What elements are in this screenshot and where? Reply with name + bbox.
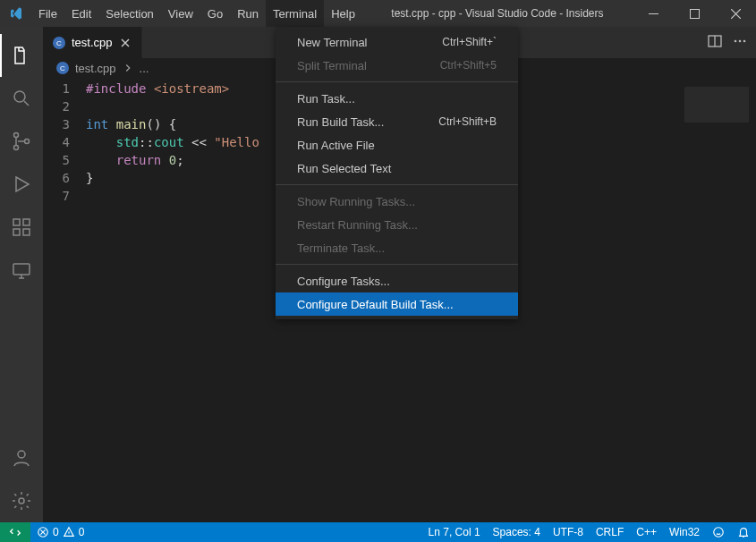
tab-filename: test.cpp: [72, 36, 113, 49]
menu-item-show-running-tasks: Show Running Tasks...: [276, 190, 518, 213]
svg-point-12: [19, 498, 24, 504]
svg-point-3: [14, 133, 19, 138]
menu-item-run-active-file[interactable]: Run Active File: [276, 133, 518, 157]
menu-item-configure-default-build-task[interactable]: Configure Default Build Task...: [276, 292, 518, 316]
svg-rect-10: [13, 264, 30, 275]
minimap[interactable]: [677, 78, 756, 522]
titlebar: FileEditSelectionViewGoRunTerminalHelp t…: [0, 0, 756, 27]
menu-run[interactable]: Run: [230, 0, 266, 27]
tab-test-cpp[interactable]: C test.cpp: [43, 27, 142, 58]
minimize-button[interactable]: [633, 0, 674, 27]
svg-point-5: [25, 140, 30, 144]
menu-shortcut: Ctrl+Shift+B: [438, 115, 497, 128]
settings-gear-icon[interactable]: [0, 479, 43, 522]
menu-item-label: Run Selected Text: [297, 162, 391, 175]
window-title: test.cpp - cpp - Visual Studio Code - In…: [362, 7, 633, 20]
menu-item-run-task[interactable]: Run Task...: [276, 87, 518, 110]
close-button[interactable]: [715, 0, 756, 27]
status-bar: 0 0 Ln 7, Col 1 Spaces: 4 UTF-8 CRLF C++…: [0, 522, 756, 542]
menu-item-split-terminal: Split TerminalCtrl+Shift+5: [276, 54, 518, 77]
menu-separator: [276, 264, 518, 265]
activity-bar: [0, 27, 43, 522]
chevron-right-icon: [122, 62, 134, 74]
more-actions-icon[interactable]: [733, 34, 747, 51]
svg-text:C: C: [56, 39, 62, 47]
menu-item-label: Configure Default Build Task...: [297, 298, 454, 311]
svg-point-4: [14, 146, 19, 150]
run-debug-icon[interactable]: [0, 163, 43, 206]
error-count: 0: [53, 526, 59, 538]
breadcrumb-file: test.cpp: [75, 62, 116, 75]
split-editor-icon[interactable]: [708, 34, 722, 51]
line-number: 2: [43, 97, 70, 115]
line-number: 5: [43, 151, 70, 169]
menu-item-restart-running-task: Restart Running Task...: [276, 213, 518, 236]
indentation[interactable]: Spaces: 4: [487, 522, 547, 542]
line-number: 3: [43, 115, 70, 133]
extensions-icon[interactable]: [0, 206, 43, 249]
menu-item-label: Show Running Tasks...: [297, 195, 415, 208]
menu-separator: [276, 81, 518, 82]
terminal-menu-dropdown: New TerminalCtrl+Shift+`Split TerminalCt…: [276, 27, 518, 319]
menu-shortcut: Ctrl+Shift+5: [440, 59, 497, 72]
source-control-icon[interactable]: [0, 120, 43, 163]
eol[interactable]: CRLF: [590, 522, 630, 542]
menu-file[interactable]: File: [31, 0, 64, 27]
svg-rect-0: [649, 13, 658, 14]
warning-count: 0: [79, 526, 85, 538]
menu-item-label: Restart Running Task...: [297, 218, 418, 232]
encoding[interactable]: UTF-8: [547, 522, 590, 542]
svg-point-18: [743, 40, 746, 43]
menu-edit[interactable]: Edit: [64, 0, 98, 27]
menu-selection[interactable]: Selection: [98, 0, 160, 27]
menu-item-run-selected-text[interactable]: Run Selected Text: [276, 157, 518, 180]
cpp-file-icon: C: [55, 61, 70, 75]
menu-item-run-build-task[interactable]: Run Build Task...Ctrl+Shift+B: [276, 110, 518, 133]
menu-item-label: New Terminal: [297, 36, 368, 49]
menu-item-label: Configure Tasks...: [297, 275, 390, 288]
menu-go[interactable]: Go: [200, 0, 230, 27]
cpp-file-icon: C: [52, 36, 66, 50]
menubar: FileEditSelectionViewGoRunTerminalHelp: [31, 0, 362, 27]
menu-item-configure-tasks[interactable]: Configure Tasks...: [276, 269, 518, 292]
accounts-icon[interactable]: [0, 436, 43, 479]
problems-indicator[interactable]: 0 0: [30, 522, 90, 542]
menu-help[interactable]: Help: [324, 0, 362, 27]
menu-terminal[interactable]: Terminal: [266, 0, 324, 27]
remote-explorer-icon[interactable]: [0, 249, 43, 292]
vscode-logo-icon: [0, 6, 31, 21]
svg-point-22: [714, 528, 724, 538]
breadcrumb-more: ...: [140, 62, 149, 75]
remote-indicator[interactable]: [0, 522, 30, 542]
svg-point-2: [14, 91, 25, 102]
line-number: 6: [43, 169, 70, 187]
window-controls: [633, 0, 756, 27]
maximize-button[interactable]: [674, 0, 715, 27]
build-target[interactable]: Win32: [663, 522, 706, 542]
svg-rect-7: [13, 229, 20, 235]
menu-separator: [276, 184, 518, 185]
menu-item-label: Run Active File: [297, 139, 375, 152]
menu-shortcut: Ctrl+Shift+`: [442, 36, 497, 48]
notifications-icon[interactable]: [731, 522, 756, 542]
menu-item-label: Terminate Task...: [297, 241, 385, 255]
svg-rect-6: [13, 219, 20, 225]
line-number: 4: [43, 133, 70, 151]
close-tab-icon[interactable]: [118, 36, 132, 50]
cursor-position[interactable]: Ln 7, Col 1: [422, 522, 487, 542]
search-icon[interactable]: [0, 77, 43, 120]
svg-point-11: [18, 451, 25, 458]
svg-text:C: C: [60, 64, 65, 72]
menu-view[interactable]: View: [161, 0, 200, 27]
language-mode[interactable]: C++: [630, 522, 663, 542]
menu-item-new-terminal[interactable]: New TerminalCtrl+Shift+`: [276, 30, 518, 54]
menu-item-terminate-task: Terminate Task...: [276, 236, 518, 259]
menu-item-label: Run Task...: [297, 92, 355, 106]
svg-rect-1: [690, 9, 699, 18]
explorer-icon[interactable]: [0, 34, 43, 77]
line-number: 7: [43, 187, 70, 205]
svg-rect-8: [23, 229, 30, 235]
line-gutter: 1234567: [43, 78, 86, 522]
feedback-icon[interactable]: [706, 522, 731, 542]
svg-point-16: [735, 40, 737, 43]
